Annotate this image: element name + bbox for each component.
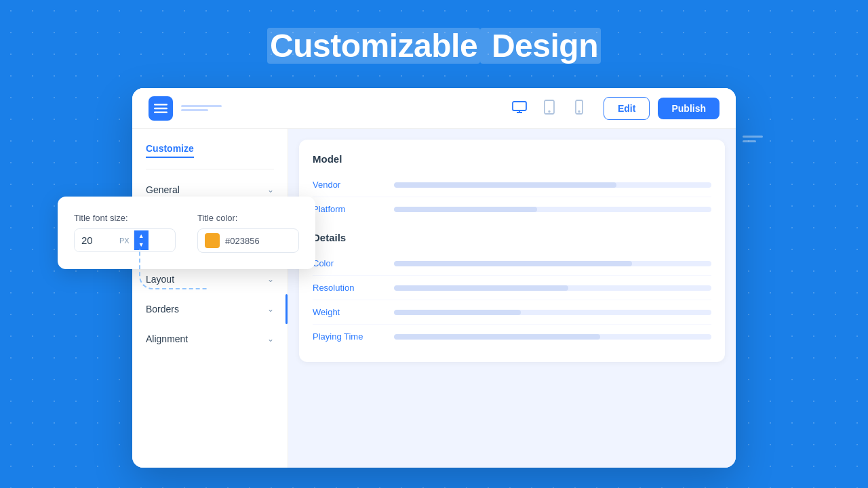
content-area: Customize General ⌄ Font ⌃ Colors ⌄ Layo…	[132, 129, 736, 468]
platform-label: Platform	[313, 204, 394, 214]
sidebar-nav: Customize	[132, 142, 288, 169]
layout-chevron-down: ⌄	[267, 274, 274, 284]
color-label: Title color:	[197, 213, 299, 223]
general-chevron-down: ⌄	[267, 185, 274, 195]
font-size-input[interactable]	[75, 229, 115, 251]
svg-rect-1	[154, 107, 167, 109]
menu-icon	[154, 102, 167, 115]
main-preview: Model Vendor Platform	[288, 129, 736, 468]
details-section-title: Details	[313, 232, 711, 243]
font-size-stepper[interactable]: ▲ ▼	[134, 230, 149, 250]
desktop-icon[interactable]	[511, 99, 528, 118]
table-row: Playing Time	[313, 325, 711, 348]
logo-text-placeholder	[181, 105, 222, 111]
borders-chevron-down: ⌄	[267, 304, 274, 314]
stepper-down[interactable]: ▼	[138, 241, 144, 249]
playing-time-label: Playing Time	[313, 331, 394, 342]
decorative-lines	[743, 136, 763, 142]
color-input-group[interactable]: #023856	[197, 228, 299, 253]
table-row: Vendor	[313, 173, 711, 197]
top-bar: Edit Publish	[132, 88, 736, 129]
font-size-field: Title font size: PX ▲ ▼	[74, 213, 176, 253]
color-field: Title color: #023856	[197, 213, 299, 253]
vendor-bar	[394, 182, 711, 188]
font-size-label: Title font size:	[74, 213, 176, 223]
weight-bar	[394, 310, 711, 315]
alignment-label: Alignment	[146, 333, 188, 344]
device-switcher[interactable]	[511, 99, 587, 118]
color-label: Color	[313, 258, 394, 268]
top-actions: Edit Publish	[604, 97, 719, 120]
connector-line	[139, 249, 207, 289]
sidebar: Customize General ⌄ Font ⌃ Colors ⌄ Layo…	[132, 129, 288, 468]
color-bar	[394, 261, 711, 266]
main-window: Edit Publish Customize General ⌄ Font ⌃ …	[132, 88, 736, 468]
publish-button[interactable]: Publish	[658, 98, 719, 119]
tablet-icon[interactable]	[541, 99, 557, 118]
resolution-bar	[394, 285, 711, 291]
logo-area	[149, 96, 511, 121]
weight-label: Weight	[313, 307, 394, 317]
sidebar-item-borders[interactable]: Borders ⌄	[132, 294, 288, 324]
stepper-up[interactable]: ▲	[138, 232, 144, 241]
svg-rect-0	[154, 104, 167, 106]
resolution-label: Resolution	[313, 283, 394, 293]
model-section-title: Model	[313, 153, 711, 165]
edit-button[interactable]: Edit	[604, 97, 650, 120]
model-section: Model Vendor Platform	[313, 153, 711, 221]
sidebar-item-alignment[interactable]: Alignment ⌄	[132, 324, 288, 354]
app-logo	[149, 96, 173, 121]
popup-row: Title font size: PX ▲ ▼ Title color: #02…	[74, 213, 299, 253]
details-section: Details Color Resolution We	[313, 232, 711, 348]
color-hex-value: #023856	[225, 236, 260, 246]
svg-rect-3	[513, 102, 526, 110]
alignment-chevron-down: ⌄	[267, 334, 274, 344]
customize-tab[interactable]: Customize	[146, 143, 194, 158]
playing-time-bar	[394, 334, 711, 340]
general-label: General	[146, 184, 180, 195]
scrollbar-indicator	[285, 294, 288, 324]
font-unit-label: PX	[115, 231, 134, 250]
color-swatch[interactable]	[205, 233, 220, 248]
table-row: Resolution	[313, 276, 711, 300]
svg-point-5	[549, 110, 550, 112]
vendor-label: Vendor	[313, 180, 394, 190]
page-title: Customizable Design	[0, 0, 868, 85]
sidebar-divider	[146, 169, 274, 169]
svg-point-7	[578, 110, 580, 112]
table-row: Weight	[313, 300, 711, 325]
table-row: Color	[313, 251, 711, 276]
table-row: Platform	[313, 197, 711, 221]
platform-bar	[394, 207, 711, 212]
borders-label: Borders	[146, 304, 179, 314]
font-settings-popup: Title font size: PX ▲ ▼ Title color: #02…	[58, 197, 315, 269]
preview-card: Model Vendor Platform	[299, 140, 725, 362]
svg-rect-2	[154, 111, 167, 113]
mobile-icon[interactable]	[571, 99, 587, 118]
